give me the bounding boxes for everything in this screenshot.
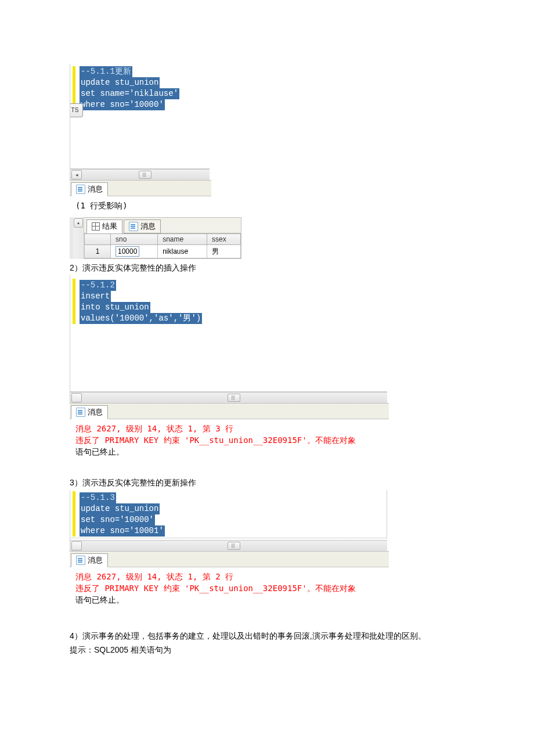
table-row[interactable]: 1 10000 niklause 男 bbox=[85, 245, 241, 258]
scroll-thumb[interactable] bbox=[228, 542, 240, 550]
horizontal-scrollbar[interactable]: ◂ bbox=[70, 169, 210, 180]
code-line: --5.1.1更新 bbox=[80, 66, 132, 77]
tab-messages-3[interactable]: 消息 bbox=[71, 405, 108, 419]
code-line: values('10000','as','男') bbox=[80, 313, 202, 324]
output-text: 语句已终止。 bbox=[75, 594, 381, 606]
code-line: where sno='10001' bbox=[80, 525, 165, 537]
code-line: into stu_union bbox=[80, 302, 150, 313]
messages-output-2: 消息 2627, 级别 14, 状态 1, 第 3 行 违反了 PRIMARY … bbox=[70, 419, 387, 463]
row-index: 1 bbox=[85, 245, 111, 258]
code-line: insert bbox=[80, 291, 111, 302]
col-header-sno[interactable]: sno bbox=[111, 234, 158, 245]
error-line: 消息 2627, 级别 14, 状态 1, 第 3 行 bbox=[75, 423, 381, 434]
error-line: 违反了 PRIMARY KEY 约束 'PK__stu_union__32E09… bbox=[75, 434, 381, 446]
cell-ssex[interactable]: 男 bbox=[207, 245, 241, 258]
scroll-thumb[interactable] bbox=[228, 394, 240, 402]
section-4-paragraph-2: 提示：SQL2005 相关语句为 bbox=[70, 643, 464, 657]
sql-editor-2[interactable]: --5.1.2 insert into stu_union values('10… bbox=[70, 275, 387, 392]
section-2-title: 2）演示违反实体完整性的插入操作 bbox=[70, 261, 464, 274]
code-line: set sno='10000' bbox=[80, 514, 155, 525]
tab-messages-2[interactable]: 消息 bbox=[124, 219, 161, 233]
scroll-up-arrow[interactable]: ▴ bbox=[74, 218, 83, 228]
tab-label: 消息 bbox=[88, 555, 103, 566]
col-header-sname[interactable]: sname bbox=[158, 234, 207, 245]
scroll-thumb[interactable] bbox=[139, 171, 151, 179]
scroll-left-arrow[interactable] bbox=[71, 393, 82, 402]
code-line: --5.1.3 bbox=[80, 492, 116, 503]
tab-label: 消息 bbox=[140, 221, 156, 232]
tab-messages-4[interactable]: 消息 bbox=[71, 553, 108, 567]
messages-output-3: 消息 2627, 级别 14, 状态 1, 第 2 行 违反了 PRIMARY … bbox=[70, 567, 387, 611]
scroll-left-arrow[interactable]: ◂ bbox=[71, 170, 82, 179]
section-4-paragraph-1: 4）演示事务的处理，包括事务的建立，处理以及出错时的事务回滚,演示事务处理和批处… bbox=[70, 629, 464, 643]
horizontal-scrollbar-3[interactable] bbox=[70, 540, 387, 551]
output-text: 语句已终止。 bbox=[75, 446, 381, 458]
messages-icon bbox=[129, 222, 138, 231]
code-line: where sno='10000' bbox=[80, 99, 165, 110]
horizontal-scrollbar-2[interactable] bbox=[70, 392, 387, 403]
error-line: 违反了 PRIMARY KEY 约束 'PK__stu_union__32E09… bbox=[75, 582, 381, 594]
code-line: update stu_union bbox=[80, 503, 160, 514]
sql-editor-1[interactable]: TS --5.1.1更新 update stu_union set sname=… bbox=[70, 64, 210, 169]
col-header-ssex[interactable]: ssex bbox=[207, 234, 241, 245]
error-line: 消息 2627, 级别 14, 状态 1, 第 2 行 bbox=[75, 571, 381, 582]
messages-icon bbox=[76, 408, 85, 417]
ts-badge: TS bbox=[70, 103, 83, 117]
tab-label: 消息 bbox=[88, 407, 103, 417]
grid-icon bbox=[92, 222, 100, 231]
messages-icon bbox=[76, 185, 85, 194]
tab-messages[interactable]: 消息 bbox=[71, 182, 108, 196]
cell-sno[interactable]: 10000 bbox=[111, 245, 158, 258]
code-line: set sname='niklause' bbox=[80, 88, 179, 99]
code-line: --5.1.2 bbox=[80, 280, 116, 291]
code-line: update stu_union bbox=[80, 77, 160, 88]
row-header-corner bbox=[85, 234, 111, 245]
section-3-title: 3）演示违反实体完整性的更新操作 bbox=[70, 476, 464, 489]
messages-output-1: (1 行受影响) bbox=[70, 196, 209, 217]
sql-editor-3[interactable]: --5.1.3 update stu_union set sno='10000'… bbox=[70, 490, 387, 538]
messages-icon bbox=[76, 556, 85, 565]
output-text: (1 行受影响) bbox=[75, 200, 203, 211]
tab-results[interactable]: 结果 bbox=[86, 219, 122, 233]
tab-label: 结果 bbox=[102, 221, 117, 232]
tab-label: 消息 bbox=[88, 184, 103, 195]
scroll-left-arrow[interactable] bbox=[71, 541, 82, 550]
cell-sname[interactable]: niklause bbox=[158, 245, 207, 258]
results-table[interactable]: sno sname ssex 1 10000 niklause 男 bbox=[84, 233, 241, 258]
